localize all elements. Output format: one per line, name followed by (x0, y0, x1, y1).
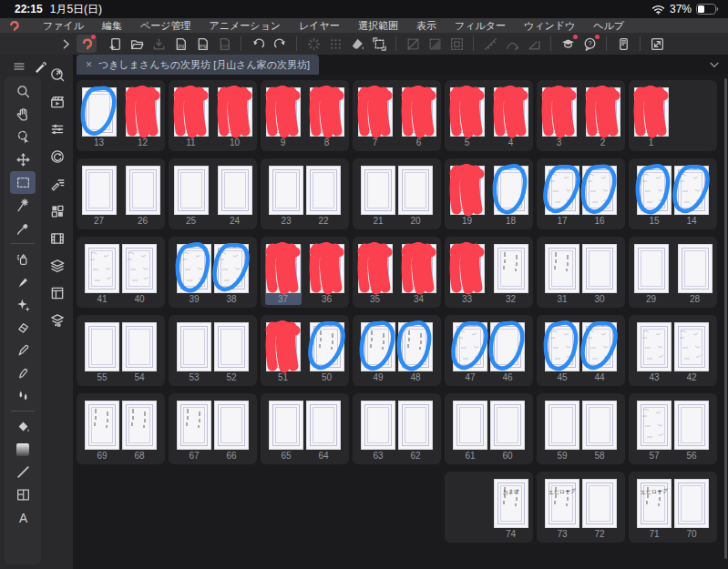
page-thumbnail[interactable] (491, 401, 524, 449)
text-icon[interactable]: A (10, 506, 36, 529)
eyedropper-icon[interactable] (10, 217, 36, 239)
page-thumbnail[interactable] (362, 323, 395, 371)
page-spread-panel[interactable]: 98 (261, 80, 349, 151)
page-thumbnail[interactable] (362, 401, 395, 449)
clapper-icon[interactable] (45, 88, 70, 116)
page-thumbnail[interactable] (635, 245, 668, 292)
page-thumbnail[interactable] (83, 167, 116, 214)
page-thumbnail[interactable] (270, 167, 302, 214)
menu-item-2[interactable]: ページ管理 (131, 19, 200, 33)
page-thumbnail[interactable] (215, 401, 248, 449)
page-thumbnail[interactable] (546, 323, 579, 371)
filmstrip-icon[interactable] (45, 225, 70, 252)
file-jpg-icon[interactable]: jpg (169, 35, 191, 53)
page-spread-panel[interactable]: 6968 (77, 393, 165, 464)
canvas-crop-icon[interactable] (368, 35, 390, 53)
gradient-icon[interactable] (10, 438, 36, 461)
material-bucket-icon[interactable] (346, 35, 368, 53)
page-thumbnail[interactable] (83, 88, 116, 136)
menu-item-0[interactable]: ファイル (34, 19, 93, 33)
page-spread-panel[interactable]: エピローグ7372 (537, 472, 625, 543)
page-spread-panel[interactable]: 2120 (353, 158, 441, 229)
page-thumbnail[interactable] (362, 167, 395, 214)
page-spread-panel[interactable]: 5554 (77, 315, 165, 386)
page-spread-panel[interactable]: 4746 (445, 315, 533, 386)
page-thumbnail[interactable] (399, 167, 432, 214)
page-thumbnail[interactable] (675, 167, 708, 214)
page-thumbnail[interactable] (311, 245, 343, 292)
water-icon[interactable] (10, 384, 36, 407)
companion-device-icon[interactable] (612, 35, 634, 53)
page-thumbnail[interactable] (546, 167, 579, 214)
page-thumbnail[interactable] (638, 401, 671, 449)
page-spread-panel[interactable]: 1 (629, 80, 717, 151)
page-spread-panel[interactable]: 5150 (261, 315, 349, 386)
page-thumbnail[interactable] (546, 245, 579, 292)
zoom-icon[interactable] (10, 80, 36, 103)
page-thumbnail[interactable] (307, 167, 340, 214)
wand-icon[interactable] (10, 194, 36, 217)
menu-item-9[interactable]: ヘルプ (584, 19, 633, 33)
page-spread-panel[interactable]: 54 (445, 80, 533, 151)
page-thumbnail[interactable] (178, 401, 210, 449)
page-thumbnail[interactable] (267, 88, 300, 136)
page-thumbnail[interactable]: おまけ (495, 480, 528, 527)
page-thumbnail[interactable]: エピローグ (638, 480, 671, 527)
page-spread-panel[interactable]: 3332 (445, 237, 533, 308)
page-thumbnail[interactable] (675, 401, 708, 449)
pen-icon[interactable] (10, 270, 36, 293)
page-thumbnail[interactable] (583, 167, 616, 214)
frame-border-icon[interactable] (10, 483, 36, 506)
page-spread-panel[interactable]: 76 (353, 80, 441, 151)
page-thumbnail[interactable] (583, 480, 616, 527)
file-png-icon[interactable]: png (191, 35, 213, 53)
page-spread-panel[interactable]: 6160 (445, 393, 533, 464)
page-spread-panel[interactable]: エピローグ7170 (629, 472, 717, 543)
hand-icon[interactable] (10, 103, 36, 126)
page-spread-panel[interactable]: 6564 (261, 393, 349, 464)
vertical-scrollbar[interactable] (724, 78, 727, 559)
page-thumbnail[interactable] (587, 88, 620, 136)
undo-icon[interactable] (247, 35, 269, 53)
page-spread-panel[interactable]: 5756 (629, 393, 717, 464)
page-spread-panel[interactable]: おまけ74 (445, 472, 533, 543)
window-resize-icon[interactable] (646, 35, 668, 53)
page-spread-panel[interactable]: 4544 (537, 315, 625, 386)
page-spread-panel[interactable]: 6362 (353, 393, 441, 464)
correction-icon[interactable] (45, 116, 70, 143)
page-thumbnail[interactable] (86, 401, 118, 449)
page-thumbnail[interactable] (495, 167, 528, 214)
page-thumbnail[interactable] (215, 323, 248, 371)
airbrush-icon[interactable] (10, 248, 36, 270)
page-spread-panel[interactable]: 3736 (261, 237, 349, 308)
page-thumbnail[interactable] (86, 323, 118, 371)
page-spread-panel[interactable]: 1716 (537, 158, 625, 229)
page-thumbnail[interactable] (311, 323, 343, 371)
operate-icon[interactable] (10, 126, 36, 148)
page-thumbnail[interactable] (495, 245, 528, 292)
page-spread-panel[interactable]: 4140 (77, 237, 165, 308)
page-thumbnail[interactable] (175, 167, 208, 214)
page-spread-panel[interactable]: 1110 (169, 80, 257, 151)
page-thumbnail[interactable] (454, 323, 487, 371)
tutorial-cap-icon[interactable] (557, 35, 579, 53)
page-thumbnail[interactable] (583, 401, 616, 449)
page-thumbnail[interactable] (307, 401, 340, 449)
page-thumbnail[interactable] (638, 323, 671, 371)
page-thumbnail[interactable] (675, 480, 708, 527)
page-thumbnail[interactable] (635, 88, 668, 136)
document-tab[interactable]: × つきしまさんちの次男坊 [月山さん家の次男坊] (77, 55, 319, 75)
page-thumbnail[interactable] (454, 401, 487, 449)
palette-menu-icon[interactable] (12, 59, 26, 74)
folder-open-icon[interactable] (126, 35, 148, 53)
select-rect-icon[interactable] (10, 171, 36, 194)
page-spread-panel[interactable]: 1918 (445, 158, 533, 229)
redo-icon[interactable] (269, 35, 291, 53)
page-spread-panel[interactable]: 2322 (261, 158, 349, 229)
page-thumbnail[interactable] (123, 401, 156, 449)
page-spread-panel[interactable]: 1312 (77, 80, 165, 151)
material-grid-icon[interactable] (45, 198, 70, 225)
page-thumbnail[interactable] (123, 245, 156, 292)
menu-item-8[interactable]: ウィンドウ (515, 19, 584, 33)
new-page-icon[interactable] (104, 35, 126, 53)
